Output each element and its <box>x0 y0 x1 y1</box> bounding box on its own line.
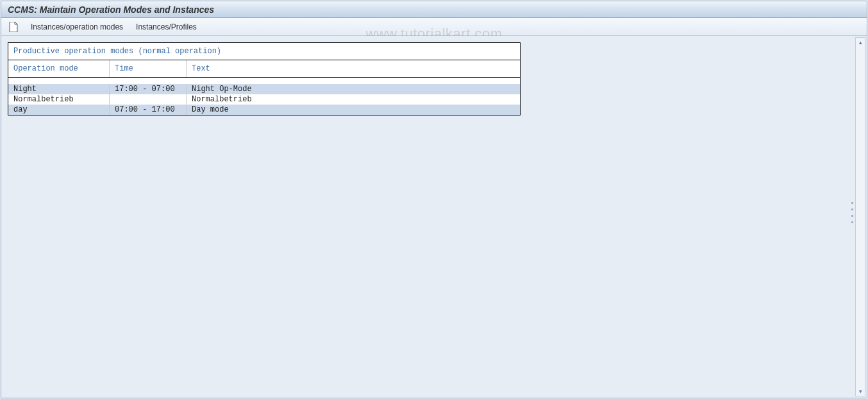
cell-text: Night Op-Mode <box>187 84 520 94</box>
col-header-text[interactable]: Text <box>187 60 520 77</box>
cell-mode: day <box>8 105 110 115</box>
cell-text: Day mode <box>187 105 520 115</box>
table-row[interactable]: Night 17:00 - 07:00 Night Op-Mode <box>8 84 520 94</box>
table-title: Productive operation modes (normal opera… <box>8 43 520 60</box>
cell-mode: Normalbetrieb <box>8 94 110 105</box>
scroll-grip-icon[interactable] <box>850 200 854 225</box>
col-header-mode[interactable]: Operation mode <box>8 60 110 77</box>
toolbar: Instances/operation modes Instances/Prof… <box>1 18 867 36</box>
cell-text: Normalbetrieb <box>187 94 520 105</box>
new-document-button[interactable] <box>8 21 19 33</box>
page-title: CCMS: Maintain Operation Modes and Insta… <box>8 4 214 15</box>
new-document-icon <box>9 22 18 32</box>
scroll-down-icon[interactable]: ▾ <box>856 387 865 396</box>
operation-modes-table: Productive operation modes (normal opera… <box>8 42 521 115</box>
cell-time: 07:00 - 17:00 <box>110 105 187 115</box>
table-row[interactable]: Normalbetrieb Normalbetrieb <box>8 94 520 105</box>
col-header-time[interactable]: Time <box>110 60 187 77</box>
content-area: Productive operation modes (normal opera… <box>1 36 867 398</box>
cell-mode: Night <box>8 84 110 94</box>
title-bar: CCMS: Maintain Operation Modes and Insta… <box>1 1 867 18</box>
table-header-row: Operation mode Time Text <box>8 60 520 78</box>
vertical-scrollbar[interactable]: ▴ ▾ <box>855 37 865 396</box>
app-frame: CCMS: Maintain Operation Modes and Insta… <box>1 1 867 398</box>
cell-time <box>110 94 187 105</box>
instances-profiles-link[interactable]: Instances/Profiles <box>131 21 202 33</box>
table-row[interactable]: day 07:00 - 17:00 Day mode <box>8 105 520 115</box>
table-body: Night 17:00 - 07:00 Night Op-Mode Normal… <box>8 78 520 115</box>
instances-operation-modes-link[interactable]: Instances/operation modes <box>26 21 128 33</box>
cell-time: 17:00 - 07:00 <box>110 84 187 94</box>
scroll-up-icon[interactable]: ▴ <box>856 38 865 47</box>
